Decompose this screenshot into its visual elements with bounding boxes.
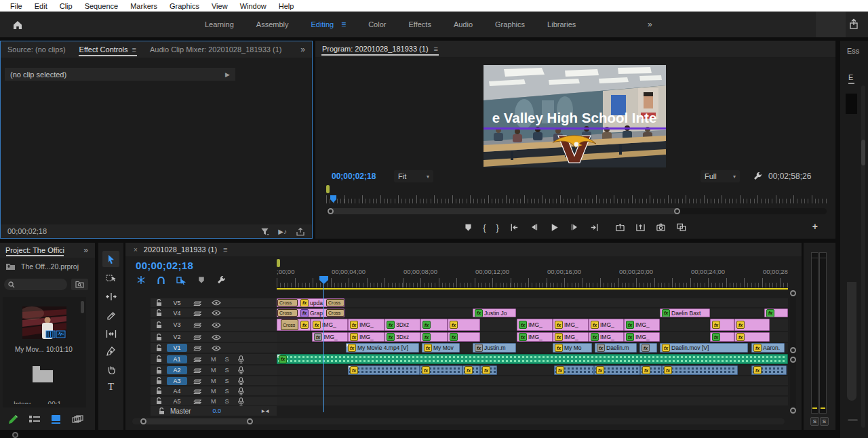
fx-badge[interactable]: fx — [555, 344, 563, 352]
timeline-clip[interactable]: fxIMG_ — [589, 319, 624, 331]
voice-over-mic-icon[interactable] — [237, 387, 245, 395]
comparison-view-button[interactable] — [676, 222, 687, 232]
resolution-dropdown[interactable]: Full▾ — [701, 170, 740, 182]
fx-badge[interactable]: fx — [300, 321, 309, 329]
ripple-edit-tool[interactable] — [102, 288, 119, 304]
panel-menu-icon[interactable]: ≡ — [132, 45, 136, 54]
timeline-clip[interactable]: fxIMG_ — [624, 319, 660, 331]
timeline-clip[interactable]: fx — [640, 365, 662, 375]
track-target-a2[interactable]: A2 — [167, 366, 187, 374]
step-back-button[interactable] — [530, 222, 539, 232]
step-forward-button[interactable] — [570, 222, 579, 232]
program-timecode[interactable]: 00;00;02;18 — [332, 172, 376, 181]
fx-badge[interactable]: fx — [300, 299, 309, 307]
fx-badge[interactable]: fx — [450, 321, 458, 329]
hand-tool[interactable] — [102, 361, 119, 378]
fx-badge[interactable]: fx — [766, 309, 774, 317]
fx-badge[interactable]: fx — [642, 344, 650, 352]
workspace-tab-graphics[interactable]: Graphics — [495, 20, 525, 28]
sync-lock-icon[interactable] — [193, 378, 202, 384]
fx-badge[interactable]: fx — [387, 333, 395, 341]
timeline-clip[interactable]: fxJustin Jo — [473, 308, 516, 317]
track-target-v1[interactable]: V1 — [167, 344, 187, 352]
audio-meters-panel[interactable]: S S — [804, 243, 835, 430]
button-editor-plus[interactable]: + — [812, 221, 818, 232]
toggle-track-output-eye-icon[interactable] — [212, 310, 221, 316]
timeline-clip[interactable]: fxMy Mo — [553, 343, 592, 353]
mute-a5[interactable]: M — [211, 398, 216, 405]
voice-over-mic-icon[interactable] — [237, 377, 245, 385]
menu-window[interactable]: Window — [234, 2, 273, 10]
workspace-menu-icon[interactable]: ≡ — [341, 20, 346, 29]
menu-graphics[interactable]: Graphics — [163, 2, 205, 10]
razor-tool[interactable] — [102, 307, 119, 323]
fx-badge[interactable]: fx — [555, 333, 563, 341]
fx-badge[interactable]: fx — [450, 333, 458, 341]
vscroll-handle[interactable] — [790, 357, 796, 363]
zoom-handle-left[interactable] — [328, 208, 334, 214]
timeline-clip[interactable]: fxIMG_ — [553, 319, 589, 331]
menu-markers[interactable]: Markers — [124, 2, 163, 10]
fx-badge[interactable]: fx — [736, 321, 745, 329]
fx-badge[interactable]: fx — [642, 366, 650, 374]
no-clip-selected-row[interactable]: (no clip selected) ▶ — [5, 68, 235, 81]
fx-badge[interactable]: fx — [596, 366, 604, 374]
timeline-clip[interactable]: fx — [420, 332, 448, 342]
timeline-clip[interactable]: fx — [420, 365, 462, 375]
panel-tab-source[interactable]: Source: (no clips) — [1, 41, 73, 58]
fx-badge[interactable]: fx — [350, 366, 358, 374]
lock-icon[interactable] — [156, 334, 162, 341]
play-audio-icon[interactable]: ▶♪ — [278, 228, 287, 235]
fx-badge[interactable]: fx — [712, 321, 720, 329]
timeline-clip[interactable]: fxIMG_ — [348, 319, 384, 331]
timeline-clip[interactable]: fxMy Mov — [422, 343, 460, 353]
lock-icon[interactable] — [156, 377, 162, 384]
lock-icon[interactable] — [156, 387, 162, 395]
project-overflow-chevron[interactable]: » — [83, 245, 95, 255]
program-tab[interactable]: Program: 20201028_181933 (1) ≡ — [315, 41, 445, 57]
rail-scrollbar[interactable] — [861, 85, 865, 428]
timeline-clip[interactable]: fx3Dxz — [384, 319, 420, 331]
export-frame-button[interactable] — [656, 222, 666, 232]
menu-sequence[interactable]: Sequence — [79, 2, 125, 10]
master-track-header[interactable]: Master 0.0 ►◄ — [151, 406, 277, 416]
go-to-out-button[interactable] — [589, 222, 599, 233]
fx-badge[interactable]: fx — [350, 321, 358, 329]
close-icon[interactable]: × — [134, 246, 138, 254]
fx-badge[interactable]: fx — [712, 333, 720, 341]
workspace-tab-effects[interactable]: Effects — [408, 20, 431, 28]
lock-icon[interactable] — [159, 407, 165, 415]
timeline-clip[interactable]: fxDaelin.mov [V] — [660, 343, 748, 353]
program-zoom-scrollbar[interactable] — [326, 208, 827, 214]
timeline-clip[interactable]: fxAaron. — [751, 343, 785, 353]
track-target-v5[interactable]: V5 — [167, 299, 187, 307]
panel-tab-audio-clip-mixer[interactable]: Audio Clip Mixer: 20201028_181933 (1) — [143, 41, 288, 58]
timeline-clip[interactable]: fx — [420, 319, 448, 331]
fx-badge[interactable]: fx — [664, 366, 672, 374]
track-target-a3[interactable]: A3 — [167, 377, 187, 385]
workspace-tab-audio[interactable]: Audio — [454, 20, 473, 28]
mark-in-button[interactable]: { — [483, 223, 486, 232]
fx-badge[interactable]: fx — [424, 344, 432, 352]
expand-caret-icon[interactable]: ▶ — [225, 71, 230, 78]
timeline-clip[interactable]: fx — [594, 365, 640, 375]
menu-clip[interactable]: Clip — [54, 2, 79, 10]
timeline-clip[interactable]: fxIMG_ — [348, 332, 384, 342]
timeline-clip[interactable]: fxJustin.m — [473, 343, 516, 353]
track-target-a1[interactable]: A1 — [167, 355, 187, 363]
hscroll-zoom-handle-right[interactable] — [247, 418, 253, 424]
timeline-clip[interactable]: fxCross — [277, 319, 311, 331]
solo-a3[interactable]: S — [225, 378, 229, 384]
fx-badge[interactable]: fx — [422, 321, 431, 329]
panel-tab-effect-controls[interactable]: Effect Controls≡ — [73, 41, 143, 58]
panel-menu-icon[interactable]: ≡ — [434, 45, 438, 53]
timeline-clip[interactable]: fx — [448, 319, 480, 331]
go-to-in-button[interactable] — [509, 222, 519, 233]
sync-lock-icon[interactable] — [193, 344, 202, 351]
track-target-a4[interactable]: A4 — [167, 387, 187, 395]
timeline-clip[interactable]: fx3Dxz — [384, 332, 420, 342]
timeline-clip[interactable]: fx — [710, 332, 734, 342]
mute-a3[interactable]: M — [211, 378, 216, 384]
solo-a5[interactable]: S — [225, 398, 229, 405]
icon-view-button[interactable] — [51, 415, 61, 424]
